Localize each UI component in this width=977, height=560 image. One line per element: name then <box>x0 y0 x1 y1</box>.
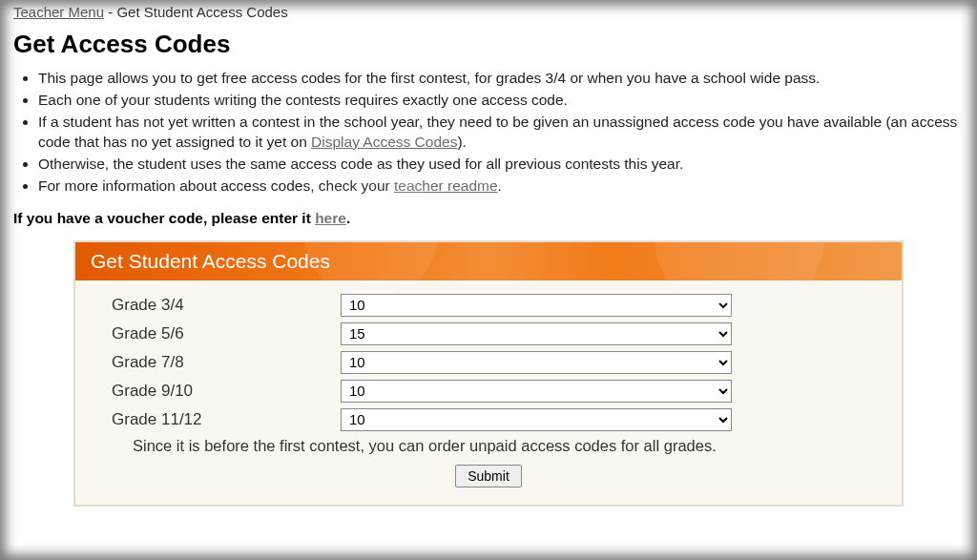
panel-note: Since it is before the first contest, yo… <box>133 437 865 455</box>
info-list: This page allows you to get free access … <box>38 69 964 197</box>
info-text: If a student has not yet written a conte… <box>38 114 957 150</box>
grade-9-10-select[interactable]: 10 <box>341 380 732 403</box>
panel-header: Get Student Access Codes <box>75 242 902 280</box>
display-access-codes-link[interactable]: Display Access Codes <box>311 134 457 150</box>
breadcrumb-current: Get Student Access Codes <box>116 4 287 20</box>
grade-7-8-select[interactable]: 10 <box>341 351 732 374</box>
grade-label: Grade 7/8 <box>112 353 341 372</box>
grade-label: Grade 5/6 <box>112 324 341 343</box>
grade-5-6-select[interactable]: 15 <box>341 322 732 345</box>
info-text: ). <box>457 134 466 150</box>
grade-label: Grade 9/10 <box>112 382 341 401</box>
breadcrumb-separator: - <box>104 4 116 20</box>
grade-row: Grade 5/6 15 <box>112 322 865 345</box>
submit-button[interactable]: Submit <box>455 465 522 487</box>
info-text: Each one of your students writing the co… <box>38 92 568 108</box>
access-codes-panel: Get Student Access Codes Grade 3/4 10 Gr… <box>73 240 904 507</box>
grade-row: Grade 9/10 10 <box>112 380 865 403</box>
panel-body: Grade 3/4 10 Grade 5/6 15 <box>75 280 902 505</box>
info-item: Otherwise, the student uses the same acc… <box>38 155 964 175</box>
info-item: This page allows you to get free access … <box>38 69 964 89</box>
panel-title: Get Student Access Codes <box>91 250 330 272</box>
info-item: If a student has not yet written a conte… <box>38 113 964 153</box>
grade-label: Grade 11/12 <box>112 410 341 429</box>
grade-row: Grade 11/12 10 <box>112 408 865 431</box>
info-text: This page allows you to get free access … <box>38 70 820 86</box>
page-title: Get Access Codes <box>13 30 964 59</box>
info-item: For more information about access codes,… <box>38 176 964 197</box>
voucher-pre: If you have a voucher code, please enter… <box>13 210 315 226</box>
grade-11-12-select[interactable]: 10 <box>341 408 732 431</box>
info-item: Each one of your students writing the co… <box>38 91 964 111</box>
grade-3-4-select[interactable]: 10 <box>341 294 732 317</box>
breadcrumb: Teacher Menu - Get Student Access Codes <box>13 4 964 20</box>
breadcrumb-link[interactable]: Teacher Menu <box>13 4 104 20</box>
grade-label: Grade 3/4 <box>112 296 341 315</box>
grade-row: Grade 7/8 10 <box>112 351 865 374</box>
info-text: . <box>498 177 502 194</box>
